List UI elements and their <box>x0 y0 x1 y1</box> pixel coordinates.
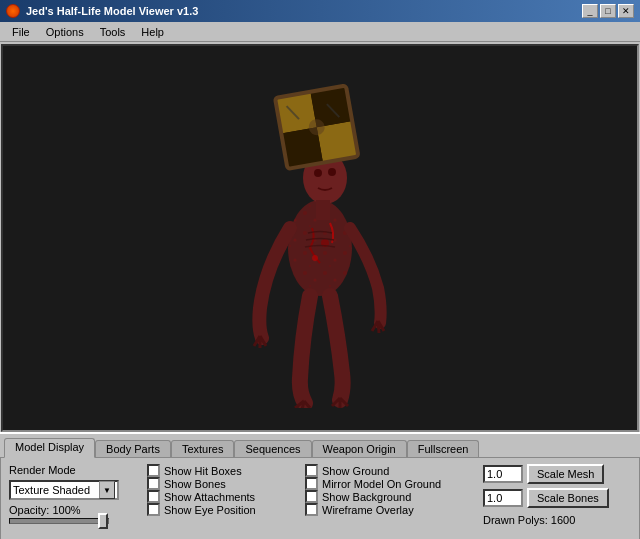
cb-ground-label: Show Ground <box>322 465 389 477</box>
opacity-slider-thumb[interactable] <box>98 513 108 529</box>
cb-eye-position[interactable] <box>147 503 160 516</box>
scale-mesh-button[interactable]: Scale Mesh <box>527 464 604 484</box>
scale-bones-row: 1.0 Scale Bones <box>483 488 609 508</box>
app-title: Jed's Half-Life Model Viewer v1.3 <box>26 5 198 17</box>
tab-textures[interactable]: Textures <box>171 440 235 457</box>
opacity-slider-track[interactable] <box>9 518 109 524</box>
scale-mesh-input[interactable]: 1.0 <box>483 465 523 483</box>
tab-fullscreen[interactable]: Fullscreen <box>407 440 480 457</box>
cb-mirror[interactable] <box>305 477 318 490</box>
app-icon <box>6 4 20 18</box>
svg-point-5 <box>312 255 318 261</box>
drawn-polys-label: Drawn Polys: 1600 <box>483 514 609 526</box>
scale-bones-value: 1.0 <box>487 492 502 504</box>
render-mode-value: Texture Shaded <box>13 484 90 496</box>
tab-sequences[interactable]: Sequences <box>234 440 311 457</box>
menu-tools[interactable]: Tools <box>92 24 134 40</box>
cb-row-bones: Show Bones <box>147 477 297 490</box>
cb-background-label: Show Background <box>322 491 411 503</box>
tabs-row: Model Display Body Parts Textures Sequen… <box>0 434 640 457</box>
render-mode-label: Render Mode <box>9 464 76 476</box>
cb-row-background: Show Background <box>305 490 475 503</box>
scale-mesh-row: 1.0 Scale Mesh <box>483 464 609 484</box>
cb-ground[interactable] <box>305 464 318 477</box>
cb-mirror-label: Mirror Model On Ground <box>322 478 441 490</box>
scale-bones-label: Scale Bones <box>537 492 599 504</box>
checkbox-col1: Show Hit Boxes Show Bones Show Attachmen… <box>147 464 297 516</box>
menu-file[interactable]: File <box>4 24 38 40</box>
opacity-row: Opacity: 100% <box>9 504 139 516</box>
cb-row-ground: Show Ground <box>305 464 475 477</box>
scale-column: 1.0 Scale Mesh 1.0 Scale Bones Drawn Pol… <box>483 464 609 526</box>
cb-attachments-label: Show Attachments <box>164 491 255 503</box>
checkbox-col2: Show Ground Mirror Model On Ground Show … <box>305 464 475 516</box>
cb-eye-position-label: Show Eye Position <box>164 504 256 516</box>
maximize-button[interactable]: □ <box>600 4 616 18</box>
scale-mesh-label: Scale Mesh <box>537 468 594 480</box>
cb-bones[interactable] <box>147 477 160 490</box>
render-mode-row: Render Mode <box>9 464 139 476</box>
title-bar: Jed's Half-Life Model Viewer v1.3 _ □ ✕ <box>0 0 640 22</box>
slider-container[interactable] <box>9 518 139 524</box>
select-arrow-icon[interactable]: ▼ <box>99 481 115 499</box>
title-bar-buttons: _ □ ✕ <box>582 4 634 18</box>
cb-row-mirror: Mirror Model On Ground <box>305 477 475 490</box>
menu-options[interactable]: Options <box>38 24 92 40</box>
svg-point-7 <box>328 168 336 176</box>
title-bar-left: Jed's Half-Life Model Viewer v1.3 <box>6 4 198 18</box>
scale-mesh-value: 1.0 <box>487 468 502 480</box>
scale-bones-input[interactable]: 1.0 <box>483 489 523 507</box>
cb-hit-boxes[interactable] <box>147 464 160 477</box>
minimize-button[interactable]: _ <box>582 4 598 18</box>
tab-body-parts[interactable]: Body Parts <box>95 440 171 457</box>
cb-row-eye-position: Show Eye Position <box>147 503 297 516</box>
cb-bones-label: Show Bones <box>164 478 226 490</box>
drawn-polys-value: Drawn Polys: 1600 <box>483 514 575 526</box>
cb-row-attachments: Show Attachments <box>147 490 297 503</box>
menu-bar: File Options Tools Help <box>0 22 640 42</box>
opacity-label: Opacity: 100% <box>9 504 81 516</box>
tab-panel: Model Display Body Parts Textures Sequen… <box>0 432 640 539</box>
tab-weapon-origin[interactable]: Weapon Origin <box>312 440 407 457</box>
close-button[interactable]: ✕ <box>618 4 634 18</box>
cb-row-wireframe: Wireframe Overlay <box>305 503 475 516</box>
tab-content-model-display: Render Mode Texture Shaded ▼ Opacity: 10… <box>0 457 640 539</box>
svg-rect-3 <box>316 200 330 220</box>
cb-hit-boxes-label: Show Hit Boxes <box>164 465 242 477</box>
svg-point-6 <box>314 169 322 177</box>
scale-bones-button[interactable]: Scale Bones <box>527 488 609 508</box>
left-column: Render Mode Texture Shaded ▼ Opacity: 10… <box>9 464 139 524</box>
render-mode-select[interactable]: Texture Shaded ▼ <box>9 480 119 500</box>
cb-wireframe-label: Wireframe Overlay <box>322 504 414 516</box>
cb-row-hit-boxes: Show Hit Boxes <box>147 464 297 477</box>
cb-background[interactable] <box>305 490 318 503</box>
model-viewport[interactable] <box>1 44 639 432</box>
menu-help[interactable]: Help <box>133 24 172 40</box>
cb-wireframe[interactable] <box>305 503 318 516</box>
cb-attachments[interactable] <box>147 490 160 503</box>
tab-model-display[interactable]: Model Display <box>4 438 95 458</box>
